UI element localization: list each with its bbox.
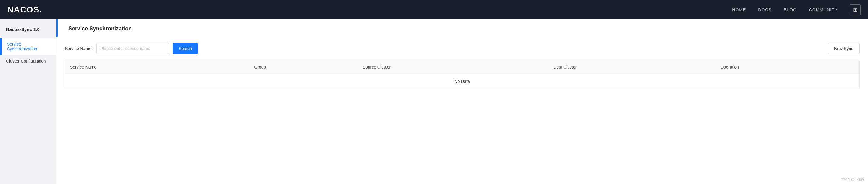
nav-docs[interactable]: DOCS <box>758 7 771 12</box>
logo-container: NACOS. <box>7 5 42 15</box>
data-table-wrapper: Service Name Group Source Cluster Dest C… <box>56 60 868 98</box>
col-source-cluster: Source Cluster <box>358 60 549 74</box>
sidebar-app-title: Nacos-Sync 3.0 <box>0 24 56 38</box>
page-title: Service Synchronization <box>68 26 132 32</box>
no-data-row: No Data <box>65 74 860 89</box>
table-header-row: Service Name Group Source Cluster Dest C… <box>65 60 860 74</box>
service-name-label: Service Name: <box>65 46 93 51</box>
nav-blog[interactable]: BLOG <box>784 7 797 12</box>
col-dest-cluster: Dest Cluster <box>549 60 715 74</box>
nav-links: HOME DOCS BLOG COMMUNITY ⊞ <box>732 4 861 15</box>
language-switch-button[interactable]: ⊞ <box>850 4 861 15</box>
top-navigation: NACOS. HOME DOCS BLOG COMMUNITY ⊞ <box>0 0 868 20</box>
col-service-name: Service Name <box>65 60 250 74</box>
logo-text: NACOS. <box>7 5 42 15</box>
sidebar-item-service-sync[interactable]: Service Synchronization <box>0 38 56 55</box>
main-content: Service Synchronization Service Name: Se… <box>56 20 868 184</box>
filter-bar: Service Name: Search New Sync <box>56 37 868 60</box>
sync-table: Service Name Group Source Cluster Dest C… <box>65 60 860 89</box>
sidebar-item-cluster-config[interactable]: Cluster Configuration <box>0 55 56 67</box>
footer-hint: CSDN @小微微 <box>841 177 864 182</box>
search-button[interactable]: Search <box>173 43 198 54</box>
col-operation: Operation <box>715 60 859 74</box>
no-data-cell: No Data <box>65 74 860 89</box>
col-group: Group <box>249 60 358 74</box>
sidebar-item-service-sync-label: Service Synchronization <box>7 42 37 51</box>
sidebar-item-cluster-config-label: Cluster Configuration <box>6 59 46 63</box>
language-icon: ⊞ <box>853 6 858 13</box>
page-header: Service Synchronization <box>56 20 868 37</box>
nav-home[interactable]: HOME <box>732 7 746 12</box>
nav-community[interactable]: COMMUNITY <box>809 7 838 12</box>
filter-left: Service Name: Search <box>65 43 198 54</box>
sidebar: Nacos-Sync 3.0 Service Synchronization C… <box>0 20 56 184</box>
app-body: Nacos-Sync 3.0 Service Synchronization C… <box>0 20 868 184</box>
service-name-input[interactable] <box>96 43 169 54</box>
new-sync-button[interactable]: New Sync <box>828 43 860 54</box>
